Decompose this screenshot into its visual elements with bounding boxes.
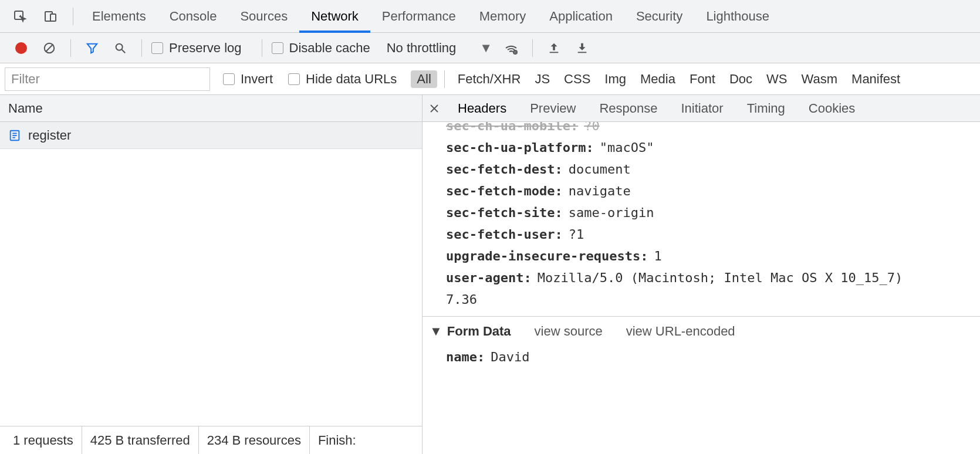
detail-tab-preview[interactable]: Preview: [518, 95, 587, 121]
divider: [532, 39, 533, 57]
hide-data-urls-input[interactable]: [288, 73, 300, 85]
record-icon: [15, 42, 27, 54]
header-line: user-agent: Mozilla/5.0 (Macintosh; Inte…: [423, 267, 980, 289]
tab-security[interactable]: Security: [624, 0, 694, 32]
type-img[interactable]: Img: [599, 70, 632, 88]
type-wasm[interactable]: Wasm: [796, 70, 844, 88]
detail-tab-timing[interactable]: Timing: [735, 95, 797, 121]
detail-tab-response[interactable]: Response: [587, 95, 669, 121]
header-line: sec-fetch-dest: document: [423, 158, 980, 180]
detail-tab-headers[interactable]: Headers: [446, 95, 518, 121]
devtools-top-tabs: Elements Console Sources Network Perform…: [0, 0, 980, 33]
search-button[interactable]: [111, 39, 130, 57]
tab-application[interactable]: Application: [538, 0, 624, 32]
form-value: David: [491, 350, 529, 364]
clear-button[interactable]: [40, 39, 59, 57]
tab-lighthouse[interactable]: Lighthouse: [694, 0, 781, 32]
divider: [262, 39, 262, 57]
column-name-label: Name: [8, 101, 43, 116]
detail-body[interactable]: sec-ch-ua-mobile: ?0 sec-ch-ua-platform:…: [423, 122, 980, 454]
header-line: sec-ch-ua-mobile: ?0: [423, 122, 980, 137]
detail-tabs: Headers Preview Response Initiator Timin…: [423, 95, 980, 122]
svg-rect-8: [550, 52, 559, 53]
type-media[interactable]: Media: [634, 70, 681, 88]
header-key: sec-fetch-user:: [446, 227, 563, 242]
preserve-log-checkbox[interactable]: Preserve log: [149, 40, 242, 56]
header-key: upgrade-insecure-requests:: [446, 249, 648, 263]
hide-data-urls-label: Hide data URLs: [306, 72, 397, 87]
detail-tab-cookies[interactable]: Cookies: [797, 95, 867, 121]
svg-rect-9: [578, 52, 587, 53]
close-detail-button[interactable]: [423, 103, 446, 114]
tab-elements[interactable]: Elements: [80, 0, 158, 32]
type-font[interactable]: Font: [684, 70, 721, 88]
throttling-select[interactable]: No throttling ▼: [387, 40, 492, 56]
invert-checkbox[interactable]: Invert: [221, 72, 273, 87]
type-js[interactable]: JS: [529, 70, 556, 88]
header-key: sec-fetch-dest:: [446, 162, 563, 177]
form-data-header[interactable]: ▼ Form Data view source view URL-encoded: [423, 324, 980, 346]
filter-input[interactable]: [5, 67, 210, 91]
tab-performance[interactable]: Performance: [370, 0, 468, 32]
preserve-log-label: Preserve log: [169, 40, 242, 56]
svg-point-5: [116, 43, 123, 50]
disable-cache-label: Disable cache: [289, 40, 370, 56]
type-ws[interactable]: WS: [761, 70, 793, 88]
preserve-log-input[interactable]: [151, 42, 163, 54]
svg-line-6: [122, 49, 126, 53]
network-conditions-icon[interactable]: [502, 39, 521, 57]
network-toolbar: Preserve log Disable cache No throttling…: [0, 33, 980, 63]
disclosure-triangle-icon: ▼: [430, 324, 442, 339]
tab-label: Console: [170, 9, 217, 24]
header-value: navigate: [569, 184, 631, 198]
status-transferred: 425 B transferred: [82, 426, 199, 454]
chevron-down-icon: ▼: [479, 40, 492, 56]
header-key: sec-fetch-site:: [446, 205, 563, 220]
throttling-value: No throttling: [387, 40, 457, 56]
network-main: Name register 1 requests 425 B transferr…: [0, 95, 980, 454]
request-row[interactable]: register: [0, 122, 422, 149]
invert-input[interactable]: [223, 73, 235, 85]
tab-console[interactable]: Console: [158, 0, 229, 32]
view-url-encoded-link[interactable]: view URL-encoded: [626, 324, 735, 339]
status-resources: 234 B resources: [199, 426, 310, 454]
header-value: ?1: [569, 227, 584, 242]
inspect-element-icon[interactable]: [8, 5, 32, 28]
filter-bar: Invert Hide data URLs All Fetch/XHR JS C…: [0, 63, 980, 95]
tab-sources[interactable]: Sources: [228, 0, 299, 32]
divider: [444, 70, 445, 88]
type-fetchxhr[interactable]: Fetch/XHR: [452, 70, 527, 88]
tab-label: Memory: [479, 9, 526, 24]
tab-label: Security: [636, 9, 682, 24]
type-doc[interactable]: Doc: [724, 70, 758, 88]
column-name-header[interactable]: Name: [0, 95, 422, 122]
header-key: user-agent:: [446, 270, 532, 285]
record-button[interactable]: [12, 39, 31, 57]
detail-tab-initiator[interactable]: Initiator: [669, 95, 735, 121]
request-list[interactable]: register: [0, 122, 422, 426]
tab-memory[interactable]: Memory: [468, 0, 538, 32]
view-source-link[interactable]: view source: [535, 324, 603, 339]
download-har-icon[interactable]: [573, 39, 592, 57]
tab-network[interactable]: Network: [299, 0, 370, 32]
filter-toggle-button[interactable]: [83, 39, 102, 57]
divider: [73, 8, 73, 25]
header-value: document: [569, 162, 631, 177]
tab-label: Elements: [92, 9, 146, 24]
device-toggle-icon[interactable]: [39, 5, 62, 28]
disable-cache-input[interactable]: [272, 42, 283, 54]
disable-cache-checkbox[interactable]: Disable cache: [269, 40, 370, 56]
form-data-section: ▼ Form Data view source view URL-encoded…: [423, 316, 980, 368]
type-all[interactable]: All: [411, 70, 437, 88]
upload-har-icon[interactable]: [545, 39, 563, 57]
tab-label: Sources: [240, 9, 288, 24]
svg-line-4: [46, 44, 53, 52]
header-key: sec-ch-ua-mobile:: [446, 122, 578, 133]
divider: [70, 39, 71, 57]
type-manifest[interactable]: Manifest: [846, 70, 906, 88]
type-css[interactable]: CSS: [558, 70, 596, 88]
header-value: same-origin: [569, 205, 654, 220]
header-line-continuation: 7.36: [423, 289, 980, 310]
header-value: 1: [654, 249, 661, 263]
hide-data-urls-checkbox[interactable]: Hide data URLs: [286, 72, 397, 87]
